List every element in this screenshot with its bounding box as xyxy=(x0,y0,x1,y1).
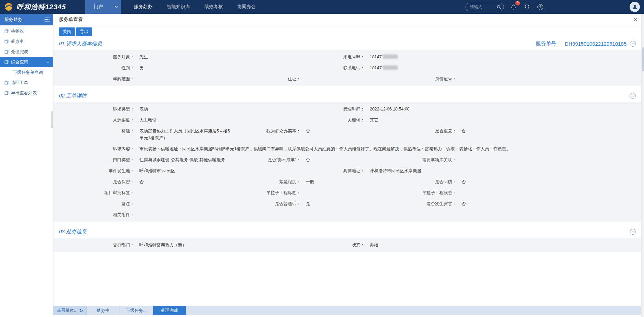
field-label: 具体地址： xyxy=(313,167,364,174)
field-label: 服务对象： xyxy=(53,54,134,60)
field: 诉求内容：市民表扬：供暖地址：回民区水岸康居5号楼5单元1楼东户，供暖阀门有异响… xyxy=(53,145,641,152)
page-scrollbar[interactable] xyxy=(641,14,644,317)
field-value: 呼和浩特富泰热力（新） xyxy=(139,242,187,248)
portal-button[interactable]: 门户 xyxy=(85,0,121,14)
field-value: 否 xyxy=(139,178,144,185)
field-value: 否 xyxy=(461,178,466,185)
field-label: 状态： xyxy=(313,242,364,248)
field: 备注： xyxy=(53,200,249,207)
field-label: 归口类型： xyxy=(53,156,134,163)
section-header: 03 处办信息 xyxy=(53,226,641,238)
bottom-tab[interactable]: 处办中 xyxy=(87,306,120,315)
topbar-actions: 9 ? xyxy=(466,0,544,14)
field-value: 表扬富泰热力工作人员（回民区水岸康居5号楼5单元1楼东户） xyxy=(139,128,230,141)
field-row: 是否保密：否紧急程度：一般是否回访：否 xyxy=(53,176,641,187)
sidebar-item[interactable]: 处理完成 xyxy=(0,47,53,57)
document-icon xyxy=(4,60,9,64)
field: 需要事项库关联： xyxy=(405,156,641,163)
top-nav-item[interactable]: 服务处办 xyxy=(132,0,154,14)
search-box[interactable] xyxy=(466,3,504,11)
document-icon xyxy=(4,50,9,54)
chevron-down-icon xyxy=(46,61,50,63)
bottom-tab[interactable]: 处理完成 xyxy=(153,306,186,315)
bell-icon xyxy=(511,4,516,10)
sidebar-header: 服务处办 xyxy=(0,14,53,25)
field-value: 住房与城乡建设-公共服务-供暖-其他供暖服务 xyxy=(139,156,225,163)
close-button[interactable]: 关闭 xyxy=(59,27,75,36)
sidebar-item[interactable]: 下级任务单查询 xyxy=(0,67,53,78)
field-value: 办结 xyxy=(370,242,378,248)
sidebar: 服务处办 待签收处办中处理完成综合查询下级任务单查询退回工单导出查看列表 xyxy=(0,14,53,317)
section-collapse-icon[interactable] xyxy=(630,229,636,235)
field: 事件发生地：呼和浩特市-回民区 xyxy=(53,167,313,174)
field: 半拉子工程标签： xyxy=(249,189,405,196)
sidebar-item[interactable]: 待签收 xyxy=(0,26,53,36)
section-header-right: 服务单号：DH9915010022120610185 xyxy=(536,40,636,47)
field-row: 年龄范围：住址：身份证号： xyxy=(53,73,641,84)
bottom-tab[interactable]: 基层单位...↻ xyxy=(53,306,87,315)
sidebar-item-label: 导出查看列表 xyxy=(11,90,37,96)
section-collapse-icon[interactable] xyxy=(630,41,636,47)
field-label: 来源渠道： xyxy=(53,117,134,124)
notification-badge: 9 xyxy=(515,1,520,5)
field: 关键词：其它 xyxy=(313,117,641,124)
avatar[interactable] xyxy=(630,2,640,12)
field-label: 是否保密： xyxy=(53,178,134,185)
sidebar-menu: 待签收处办中处理完成综合查询下级任务单查询退回工单导出查看列表 xyxy=(0,25,53,98)
bottom-tab-bar: 基层单位...↻处办中下级任务...处理完成 xyxy=(53,306,641,315)
field-row: 服务对象：先生来电号码：18147 xyxy=(53,51,641,62)
section-body: 诉求类型：表扬受理时间：2022-12-06 18:54:08来源渠道：人工电话… xyxy=(53,102,641,222)
sidebar-item[interactable]: 退回工单 xyxy=(0,78,53,88)
field-value: 18147 xyxy=(370,54,398,60)
bottom-tab[interactable]: 下级任务... xyxy=(120,306,153,315)
section-header: 02 工单详情 xyxy=(53,90,641,102)
top-nav-item[interactable]: 协同办公 xyxy=(235,0,258,14)
field: 半拉子工程状态： xyxy=(405,189,641,196)
field-value: 呼和浩特市-回民区 xyxy=(139,167,175,174)
export-button[interactable]: 导出 xyxy=(76,27,92,36)
field: 是否次生灾害：否 xyxy=(405,200,641,207)
notifications-button[interactable]: 9 xyxy=(510,3,517,11)
search-icon[interactable] xyxy=(497,5,501,9)
field-value: 否 xyxy=(306,156,310,163)
bottom-tab-label: 处办中 xyxy=(97,308,110,314)
field-row: 相关附件： xyxy=(53,209,641,220)
field-row: 诉求内容：市民表扬：供暖地址：回民区水岸康居5号楼5单元1楼东户，供暖阀门有异响… xyxy=(53,143,641,154)
field-label: 事件发生地： xyxy=(53,167,134,174)
service-button[interactable] xyxy=(523,3,531,11)
document-icon xyxy=(4,39,9,44)
close-icon[interactable]: × xyxy=(633,16,637,23)
field-label: 是否重复： xyxy=(405,128,456,134)
refresh-icon: ↻ xyxy=(79,308,83,313)
person-icon xyxy=(632,4,638,10)
section-collapse-icon[interactable] xyxy=(630,93,636,99)
section-01: 01 诉求人基本信息服务单号：DH9915010022120610185服务对象… xyxy=(53,38,641,86)
collapse-sidebar-icon[interactable] xyxy=(45,17,50,22)
page-scrollbar-thumb[interactable] xyxy=(642,47,644,71)
field-row: 归口类型：住房与城乡建设-公共服务-供暖-其他供暖服务是否“办不成事”：否需要事… xyxy=(53,154,641,165)
field-value: 先生 xyxy=(139,54,148,60)
sidebar-header-label: 服务处办 xyxy=(4,16,45,23)
sidebar-scrollbar-thumb[interactable] xyxy=(51,111,53,128)
sidebar-item-label: 退回工单 xyxy=(11,80,28,86)
field: 性别：男 xyxy=(53,64,313,71)
page-title: 服务单查看 xyxy=(59,16,83,23)
bottom-tab-label: 基层单位... xyxy=(57,308,77,314)
sidebar-item[interactable]: 处办中 xyxy=(0,36,53,47)
top-nav-item[interactable]: 绩效考核 xyxy=(202,0,225,14)
field-label: 来电号码： xyxy=(313,54,364,60)
sidebar-item[interactable]: 导出查看列表 xyxy=(0,88,53,98)
sidebar-item[interactable]: 综合查询 xyxy=(0,57,53,67)
help-button[interactable]: ? xyxy=(536,3,544,11)
brand: 呼和浩特12345 xyxy=(0,2,66,12)
field-value: 表扬 xyxy=(139,106,148,113)
field-row: 标题：表扬富泰热力工作人员（回民区水岸康居5号楼5单元1楼东户）我为群众办实事：… xyxy=(53,126,641,143)
chevron-down-icon xyxy=(112,6,121,8)
top-nav-item[interactable]: 智能知识库 xyxy=(165,0,192,14)
field: 是否“办不成事”：否 xyxy=(249,156,405,163)
field-label: 身份证号： xyxy=(405,75,456,82)
field-value: 否 xyxy=(461,200,466,207)
field: 是否普通话：是 xyxy=(249,200,405,207)
field: 我为群众办实事：否 xyxy=(249,128,405,134)
field: 来源渠道：人工电话 xyxy=(53,117,313,124)
